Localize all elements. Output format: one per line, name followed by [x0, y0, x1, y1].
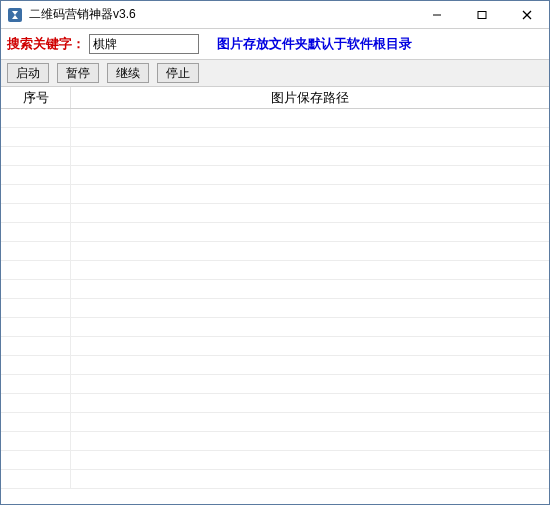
cell-index [1, 375, 71, 393]
cell-index [1, 470, 71, 488]
cell-path [71, 432, 549, 450]
cell-index [1, 185, 71, 203]
cell-index [1, 109, 71, 127]
table-row[interactable] [1, 356, 549, 375]
cell-index [1, 299, 71, 317]
cell-index [1, 356, 71, 374]
svg-rect-0 [8, 8, 22, 22]
cell-path [71, 337, 549, 355]
cell-index [1, 166, 71, 184]
table-row[interactable] [1, 185, 549, 204]
table-row[interactable] [1, 204, 549, 223]
search-row: 搜索关键字： 图片存放文件夹默认于软件根目录 [1, 29, 549, 59]
svg-rect-2 [478, 11, 486, 18]
cell-path [71, 413, 549, 431]
cell-index [1, 337, 71, 355]
resume-button[interactable]: 继续 [107, 63, 149, 83]
cell-path [71, 109, 549, 127]
cell-path [71, 147, 549, 165]
cell-index [1, 242, 71, 260]
cell-path [71, 318, 549, 336]
cell-path [71, 394, 549, 412]
app-window: 二维码营销神器v3.6 搜索关键字： 图片存放文件夹默认于软件根目录 启动 暂停… [0, 0, 550, 505]
table-row[interactable] [1, 299, 549, 318]
storage-note: 图片存放文件夹默认于软件根目录 [217, 35, 412, 53]
table-row[interactable] [1, 242, 549, 261]
cell-index [1, 261, 71, 279]
table-row[interactable] [1, 413, 549, 432]
minimize-button[interactable] [414, 1, 459, 28]
cell-index [1, 432, 71, 450]
results-table: 序号 图片保存路径 [1, 87, 549, 504]
cell-path [71, 356, 549, 374]
cell-path [71, 299, 549, 317]
search-label: 搜索关键字： [7, 35, 85, 53]
table-body [1, 109, 549, 504]
cell-index [1, 318, 71, 336]
cell-path [71, 242, 549, 260]
table-row[interactable] [1, 470, 549, 489]
cell-path [71, 280, 549, 298]
cell-index [1, 204, 71, 222]
start-button[interactable]: 启动 [7, 63, 49, 83]
maximize-button[interactable] [459, 1, 504, 28]
close-button[interactable] [504, 1, 549, 28]
cell-path [71, 223, 549, 241]
cell-index [1, 147, 71, 165]
search-input[interactable] [89, 34, 199, 54]
table-row[interactable] [1, 261, 549, 280]
app-icon [7, 7, 23, 23]
cell-path [71, 166, 549, 184]
table-header: 序号 图片保存路径 [1, 87, 549, 109]
table-row[interactable] [1, 394, 549, 413]
table-row[interactable] [1, 109, 549, 128]
window-title: 二维码营销神器v3.6 [29, 6, 414, 23]
cell-path [71, 128, 549, 146]
table-row[interactable] [1, 128, 549, 147]
table-row[interactable] [1, 147, 549, 166]
table-row[interactable] [1, 375, 549, 394]
cell-path [71, 261, 549, 279]
pause-button[interactable]: 暂停 [57, 63, 99, 83]
table-row[interactable] [1, 451, 549, 470]
column-path[interactable]: 图片保存路径 [71, 87, 549, 108]
window-controls [414, 1, 549, 28]
table-row[interactable] [1, 280, 549, 299]
cell-index [1, 128, 71, 146]
cell-path [71, 185, 549, 203]
titlebar: 二维码营销神器v3.6 [1, 1, 549, 29]
column-index[interactable]: 序号 [1, 87, 71, 108]
table-row[interactable] [1, 337, 549, 356]
table-row[interactable] [1, 432, 549, 451]
cell-path [71, 451, 549, 469]
cell-index [1, 280, 71, 298]
table-row[interactable] [1, 166, 549, 185]
table-row[interactable] [1, 318, 549, 337]
cell-path [71, 204, 549, 222]
cell-index [1, 223, 71, 241]
cell-path [71, 470, 549, 488]
cell-path [71, 375, 549, 393]
cell-index [1, 413, 71, 431]
cell-index [1, 394, 71, 412]
table-row[interactable] [1, 223, 549, 242]
stop-button[interactable]: 停止 [157, 63, 199, 83]
cell-index [1, 451, 71, 469]
toolbar: 启动 暂停 继续 停止 [1, 59, 549, 87]
